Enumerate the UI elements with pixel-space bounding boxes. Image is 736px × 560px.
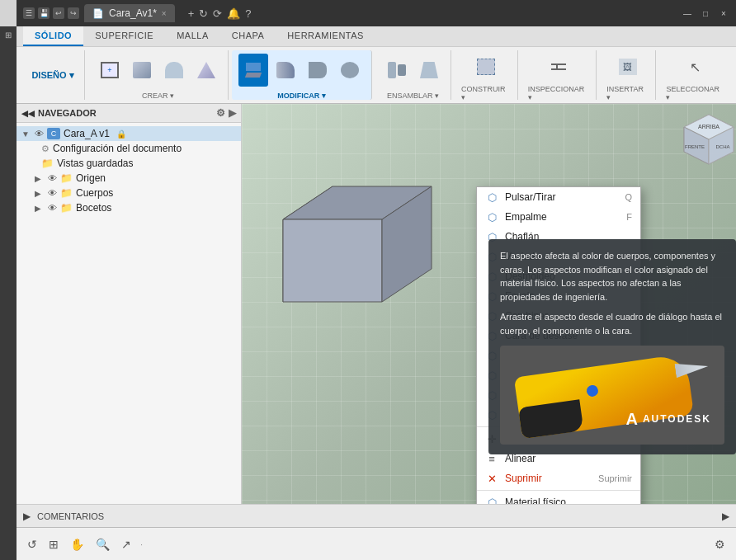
nav-item-bocetos[interactable]: ▶ 👁 📁 Bocetos bbox=[17, 200, 241, 215]
nav-visibility-origen[interactable]: 👁 bbox=[48, 173, 57, 183]
autodesk-logo: A AUTODESK bbox=[625, 407, 711, 431]
viewcube[interactable]: ARRIBA FRENTE DCHA bbox=[680, 111, 729, 160]
modificar-label[interactable]: MODIFICAR ▾ bbox=[277, 90, 326, 100]
modificar-btn4[interactable] bbox=[335, 54, 365, 87]
menu-item-pulsar[interactable]: ⬡ Pulsar/Tirar Q bbox=[477, 187, 640, 207]
minimize-btn[interactable]: — bbox=[682, 7, 693, 19]
navigator-panel: ◀◀ NAVEGADOR ⚙ ▶ ▼ 👁 C Cara_A v1 🔒 bbox=[17, 104, 242, 504]
nav-item-root[interactable]: ▼ 👁 C Cara_A v1 🔒 bbox=[17, 126, 241, 141]
tab-close-btn[interactable]: × bbox=[162, 9, 167, 18]
insertar-label[interactable]: INSERTAR ▾ bbox=[606, 83, 649, 101]
nav-visibility-bocetos[interactable]: 👁 bbox=[48, 203, 57, 213]
help-btn[interactable]: ? bbox=[245, 7, 251, 20]
nav-visibility-cuerpos[interactable]: 👁 bbox=[48, 188, 57, 198]
nav-lock-icon[interactable]: 🔒 bbox=[116, 129, 126, 139]
nav-gear-config: ⚙ bbox=[41, 144, 50, 154]
tool-group-inspeccionar: INSPECCIONAR ▾ bbox=[521, 50, 597, 100]
ensamblar-btn2[interactable] bbox=[414, 54, 444, 87]
modificar-btn2[interactable] bbox=[271, 54, 300, 87]
seleccionar-label[interactable]: SELECCIONAR ▾ bbox=[666, 83, 724, 101]
menu-separator-2 bbox=[477, 490, 640, 491]
document-tab[interactable]: 📄 Cara_Av1* × bbox=[84, 4, 175, 22]
create-icon-4 bbox=[197, 62, 215, 78]
crear-btn2[interactable] bbox=[127, 54, 157, 87]
undo-btn[interactable]: ↩ bbox=[53, 7, 64, 19]
title-extra-icons: + ↻ ⟳ 🔔 ? bbox=[188, 7, 252, 20]
diseno-btn[interactable]: DISEÑO ▾ bbox=[28, 59, 78, 92]
info-text-1: El aspecto afecta al color de cuerpos, c… bbox=[500, 249, 724, 304]
maximize-btn[interactable]: □ bbox=[700, 7, 711, 19]
comments-collapse-icon[interactable]: ▶ bbox=[722, 511, 729, 522]
nav-label-origen: Origen bbox=[76, 172, 106, 184]
seleccionar-btn[interactable]: ↖ bbox=[681, 50, 710, 83]
save-btn[interactable]: 💾 bbox=[38, 7, 50, 19]
bottom-toolbar: ↺ ⊞ ✋ 🔍 ↗ · ⚙ bbox=[17, 527, 736, 560]
empalme-shortcut: F bbox=[626, 212, 632, 222]
inspeccionar-icon bbox=[550, 59, 568, 75]
bottom-btn-grid[interactable]: ⊞ bbox=[46, 535, 61, 553]
knife-button bbox=[586, 384, 599, 398]
bottom-btn-origin[interactable]: ↺ bbox=[25, 535, 40, 553]
insertar-icon: 🖼 bbox=[619, 59, 637, 75]
nav-collapse-icon[interactable]: ◀◀ bbox=[21, 109, 35, 118]
empalme-icon: ⬡ bbox=[485, 210, 498, 224]
modificar-btn3[interactable] bbox=[303, 54, 333, 87]
inspeccionar-label[interactable]: INSPECCIONAR ▾ bbox=[528, 83, 590, 101]
tab-solido[interactable]: SÓLIDO bbox=[23, 26, 83, 46]
info-popup: El aspecto afecta al color de cuerpos, c… bbox=[488, 239, 736, 454]
create-icon-2 bbox=[133, 62, 151, 78]
nav-arrow-origen: ▶ bbox=[35, 174, 45, 183]
crear-btn3[interactable] bbox=[159, 54, 189, 87]
nav-settings-icon[interactable]: ⚙ bbox=[216, 107, 225, 119]
ensamblar-btn1[interactable] bbox=[382, 54, 412, 87]
diseno-label: DISEÑO ▾ bbox=[31, 70, 73, 81]
bell-icon[interactable]: 🔔 bbox=[227, 7, 240, 20]
app-menu-btn[interactable]: ☰ bbox=[23, 7, 35, 19]
bottom-btn-fit[interactable]: ↗ bbox=[119, 535, 134, 553]
crear-btn4[interactable] bbox=[191, 54, 221, 87]
titlebar: ☰ 💾 ↩ ↪ 📄 Cara_Av1* × + ↻ ⟳ 🔔 ? — □ × bbox=[17, 0, 736, 26]
close-btn[interactable]: × bbox=[718, 7, 729, 19]
bottom-btn-pan[interactable]: ✋ bbox=[68, 535, 87, 553]
menu-item-suprimir[interactable]: ✕ Suprimir Suprimir bbox=[477, 468, 640, 488]
nav-label-vistas: Vistas guardadas bbox=[57, 158, 134, 169]
tool-group-construir: CONSTRUIR ▾ bbox=[455, 50, 518, 100]
modificar-btn1[interactable] bbox=[238, 54, 268, 87]
app-icon-grid[interactable]: ⊞ bbox=[0, 26, 17, 43]
3d-viewport[interactable]: ARRIBA FRENTE DCHA ⬡ Pulsar/Tirar Q ⬡ Em… bbox=[242, 104, 736, 504]
tab-chapa[interactable]: CHAPA bbox=[220, 26, 276, 46]
redo-btn[interactable]: ↪ bbox=[68, 7, 79, 19]
add-tab-btn[interactable]: + bbox=[188, 7, 195, 20]
nav-item-cuerpos[interactable]: ▶ 👁 📁 Cuerpos bbox=[17, 186, 241, 200]
insertar-btn[interactable]: 🖼 bbox=[613, 50, 643, 83]
bottom-btn-zoom[interactable]: 🔍 bbox=[93, 535, 112, 553]
pulsar-label: Pulsar/Tirar bbox=[505, 191, 556, 203]
tab-herramientas[interactable]: HERRAMIENTAS bbox=[276, 26, 375, 46]
modificar-icon-4 bbox=[341, 62, 359, 78]
nav-expand-icon[interactable]: ▶ bbox=[229, 107, 236, 119]
tab-malla[interactable]: MALLA bbox=[165, 26, 220, 46]
ensamblar-label[interactable]: ENSAMBLAR ▾ bbox=[387, 90, 439, 100]
nav-item-vistas[interactable]: 📁 Vistas guardadas bbox=[17, 156, 241, 171]
nav-item-origen[interactable]: ▶ 👁 📁 Origen bbox=[17, 171, 241, 186]
menu-item-material[interactable]: ⬡ Material físico bbox=[477, 492, 640, 504]
nav-visibility-root[interactable]: 👁 bbox=[35, 129, 44, 139]
nav-arrow-cuerpos: ▶ bbox=[35, 189, 45, 198]
menu-item-empalme[interactable]: ⬡ Empalme F bbox=[477, 207, 640, 227]
ribbon-tabs: SÓLIDO SUPERFICIE MALLA CHAPA HERRAMIENT… bbox=[17, 26, 736, 47]
nav-doc-icon-root: C bbox=[47, 128, 60, 139]
settings-btn[interactable]: ⚙ bbox=[712, 535, 728, 553]
nav-arrow-root: ▼ bbox=[21, 129, 31, 139]
sync-btn[interactable]: ⟳ bbox=[213, 7, 222, 20]
inspeccionar-btn[interactable] bbox=[544, 50, 573, 83]
tab-title: Cara_Av1* bbox=[109, 7, 157, 19]
comments-expand-icon[interactable]: ▶ bbox=[23, 511, 31, 522]
create-icon-1: + bbox=[101, 62, 119, 78]
construir-btn[interactable] bbox=[471, 50, 501, 83]
refresh-btn[interactable]: ↻ bbox=[199, 7, 208, 20]
construir-label[interactable]: CONSTRUIR ▾ bbox=[461, 83, 511, 101]
autodesk-a-letter: A bbox=[625, 407, 639, 431]
tab-superficie[interactable]: SUPERFICIE bbox=[83, 26, 165, 46]
crear-btn1[interactable]: + bbox=[95, 54, 125, 87]
nav-item-config[interactable]: ⚙ Configuración del documento bbox=[17, 141, 241, 156]
